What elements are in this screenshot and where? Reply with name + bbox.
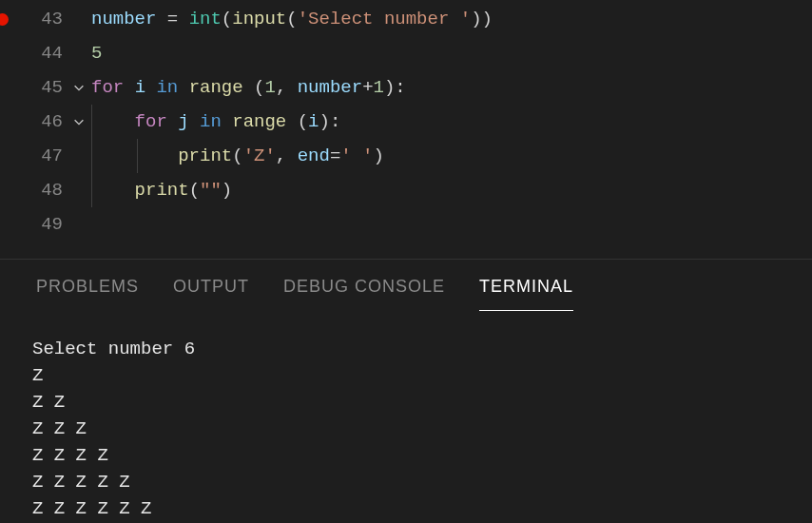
code-content[interactable]: print('Z', end=' ')	[91, 139, 812, 173]
code-line[interactable]: 43number = int(input('Select number '))	[0, 2, 812, 36]
breakpoint-gutter[interactable]	[0, 13, 17, 26]
line-number: 48	[17, 173, 67, 207]
code-line[interactable]: 45for i in range (1, number+1):	[0, 70, 812, 105]
token: (	[189, 180, 200, 201]
token: in	[156, 77, 178, 98]
code-content[interactable]: for j in range (i):	[91, 105, 812, 139]
token	[189, 111, 200, 132]
token: for	[135, 111, 167, 132]
token	[286, 111, 297, 132]
code-line[interactable]: 46 for j in range (i):	[0, 105, 812, 139]
code-content[interactable]: print("")	[91, 173, 812, 207]
line-number: 44	[17, 36, 67, 70]
code-content[interactable]: number = int(input('Select number '))	[91, 2, 812, 36]
token: input	[232, 9, 286, 29]
token	[178, 77, 188, 98]
token: print	[178, 145, 232, 166]
code-line[interactable]: 49	[0, 207, 812, 242]
indent-guide	[91, 173, 92, 207]
token: =	[330, 145, 340, 166]
token: 'Z'	[243, 145, 276, 166]
code-line[interactable]: 47 print('Z', end=' ')	[0, 139, 812, 173]
bottom-panel: PROBLEMSOUTPUTDEBUG CONSOLETERMINAL Sele…	[0, 259, 812, 523]
indent-guide	[137, 139, 138, 173]
token: (	[232, 145, 242, 166]
token: i	[135, 77, 145, 98]
token: =	[156, 9, 188, 29]
token: ):	[319, 111, 341, 132]
panel-tabs: PROBLEMSOUTPUTDEBUG CONSOLETERMINAL	[0, 260, 812, 311]
token: 'Select number '	[298, 9, 471, 29]
token	[222, 111, 232, 132]
tab-problems[interactable]: PROBLEMS	[36, 271, 139, 311]
indent-guide	[91, 139, 92, 173]
token: number	[91, 9, 156, 29]
token: 5	[91, 43, 102, 64]
tab-debug-console[interactable]: DEBUG CONSOLE	[283, 271, 445, 311]
token: )	[222, 180, 232, 201]
token: end	[298, 145, 330, 166]
token: number	[298, 77, 362, 98]
chevron-down-icon[interactable]	[72, 115, 86, 128]
token: for	[91, 77, 124, 98]
code-editor[interactable]: 43number = int(input('Select number '))4…	[0, 0, 812, 242]
chevron-down-icon[interactable]	[72, 81, 86, 94]
line-number: 43	[17, 2, 67, 36]
token: +	[362, 77, 373, 98]
token: (	[298, 111, 308, 132]
token: ))	[471, 9, 493, 29]
token: 1	[374, 77, 384, 98]
token: ):	[384, 77, 406, 98]
indent-guide	[91, 105, 92, 139]
fold-gutter[interactable]	[67, 115, 91, 128]
token	[124, 77, 134, 98]
code-text[interactable]: for j in range (i):	[91, 111, 340, 132]
token: i	[308, 111, 319, 132]
line-number: 46	[17, 105, 67, 139]
code-text[interactable]: print("")	[91, 180, 232, 201]
token: ""	[200, 180, 222, 201]
code-text[interactable]: 5	[91, 43, 102, 64]
code-content[interactable]: for i in range (1, number+1):	[91, 70, 812, 105]
token: int	[189, 9, 222, 29]
vscode-editor: 43number = int(input('Select number '))4…	[0, 0, 812, 523]
code-line[interactable]: 48 print("")	[0, 173, 812, 207]
token: ,	[276, 77, 298, 98]
line-number: 49	[17, 207, 67, 242]
code-text[interactable]: for i in range (1, number+1):	[91, 77, 406, 98]
code-line[interactable]: 445	[0, 36, 812, 70]
token	[145, 77, 156, 98]
code-text[interactable]: print('Z', end=' ')	[91, 145, 384, 166]
token: j	[178, 111, 188, 132]
token: range	[189, 77, 243, 98]
token: )	[374, 145, 384, 166]
token: (	[254, 77, 264, 98]
token: range	[232, 111, 286, 132]
token: 1	[264, 77, 275, 98]
code-content[interactable]: 5	[91, 36, 812, 70]
code-text[interactable]: number = int(input('Select number '))	[91, 9, 493, 29]
token	[167, 111, 178, 132]
token: ,	[276, 145, 298, 166]
token: (	[286, 9, 297, 29]
terminal-output[interactable]: Select number 6 Z Z Z Z Z Z Z Z Z Z Z Z …	[0, 311, 812, 522]
tab-terminal[interactable]: TERMINAL	[479, 271, 573, 311]
token	[243, 77, 254, 98]
token: ' '	[340, 145, 373, 166]
tab-output[interactable]: OUTPUT	[173, 271, 249, 311]
token: (	[222, 9, 232, 29]
line-number: 45	[17, 70, 67, 105]
token: in	[200, 111, 222, 132]
fold-gutter[interactable]	[67, 81, 91, 94]
token: print	[135, 180, 189, 201]
line-number: 47	[17, 139, 67, 173]
breakpoint-icon[interactable]	[0, 13, 9, 26]
